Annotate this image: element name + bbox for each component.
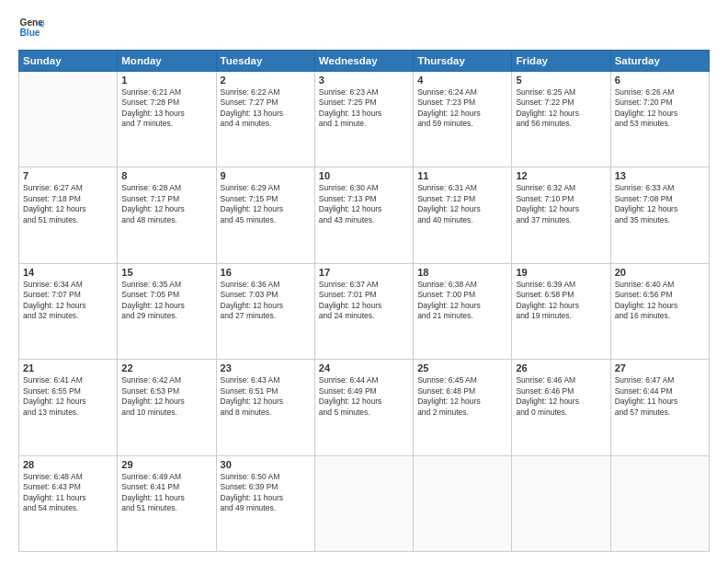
calendar-day-cell: 13Sunrise: 6:33 AM Sunset: 7:08 PM Dayli… — [610, 167, 709, 263]
calendar-day-cell: 7Sunrise: 6:27 AM Sunset: 7:18 PM Daylig… — [19, 167, 118, 263]
calendar-week-row: 14Sunrise: 6:34 AM Sunset: 7:07 PM Dayli… — [19, 263, 710, 359]
day-info: Sunrise: 6:23 AM Sunset: 7:25 PM Dayligh… — [319, 87, 409, 130]
day-info: Sunrise: 6:27 AM Sunset: 7:18 PM Dayligh… — [23, 183, 113, 225]
calendar-day-cell: 30Sunrise: 6:50 AM Sunset: 6:39 PM Dayli… — [216, 455, 314, 551]
day-info: Sunrise: 6:30 AM Sunset: 7:13 PM Dayligh… — [319, 183, 409, 225]
calendar-day-cell: 24Sunrise: 6:44 AM Sunset: 6:49 PM Dayli… — [314, 360, 413, 455]
calendar-week-row: 28Sunrise: 6:48 AM Sunset: 6:43 PM Dayli… — [19, 455, 710, 551]
day-number: 26 — [516, 362, 606, 373]
calendar-day-cell: 27Sunrise: 6:47 AM Sunset: 6:44 PM Dayli… — [610, 360, 709, 455]
calendar-day-cell: 10Sunrise: 6:30 AM Sunset: 7:13 PM Dayli… — [314, 167, 413, 263]
calendar-day-cell — [610, 455, 709, 551]
day-info: Sunrise: 6:50 AM Sunset: 6:39 PM Dayligh… — [221, 472, 311, 514]
calendar-week-row: 21Sunrise: 6:41 AM Sunset: 6:55 PM Dayli… — [19, 360, 710, 455]
weekday-header-thursday: Thursday — [414, 51, 512, 72]
day-info: Sunrise: 6:39 AM Sunset: 6:58 PM Dayligh… — [516, 280, 606, 322]
calendar-week-row: 1Sunrise: 6:21 AM Sunset: 7:28 PM Daylig… — [19, 72, 710, 167]
day-number: 7 — [23, 170, 113, 181]
day-info: Sunrise: 6:45 AM Sunset: 6:48 PM Dayligh… — [417, 375, 507, 418]
calendar-day-cell: 17Sunrise: 6:37 AM Sunset: 7:01 PM Dayli… — [314, 263, 413, 359]
calendar-day-cell: 5Sunrise: 6:25 AM Sunset: 7:22 PM Daylig… — [512, 72, 610, 167]
day-info: Sunrise: 6:21 AM Sunset: 7:28 PM Dayligh… — [121, 87, 211, 130]
calendar-day-cell: 11Sunrise: 6:31 AM Sunset: 7:12 PM Dayli… — [414, 167, 512, 263]
calendar-day-cell: 2Sunrise: 6:22 AM Sunset: 7:27 PM Daylig… — [216, 72, 314, 167]
day-info: Sunrise: 6:38 AM Sunset: 7:00 PM Dayligh… — [417, 280, 507, 322]
calendar-day-cell: 29Sunrise: 6:49 AM Sunset: 6:41 PM Dayli… — [118, 455, 216, 551]
calendar-day-cell — [19, 72, 118, 167]
day-number: 1 — [121, 75, 211, 86]
day-number: 23 — [221, 362, 311, 373]
header: General Blue — [18, 15, 710, 40]
day-number: 24 — [319, 362, 409, 373]
day-info: Sunrise: 6:46 AM Sunset: 6:46 PM Dayligh… — [516, 375, 606, 418]
calendar-day-cell: 1Sunrise: 6:21 AM Sunset: 7:28 PM Daylig… — [118, 72, 216, 167]
weekday-header-tuesday: Tuesday — [216, 51, 314, 72]
calendar-day-cell: 15Sunrise: 6:35 AM Sunset: 7:05 PM Dayli… — [118, 263, 216, 359]
calendar-week-row: 7Sunrise: 6:27 AM Sunset: 7:18 PM Daylig… — [19, 167, 710, 263]
day-info: Sunrise: 6:49 AM Sunset: 6:41 PM Dayligh… — [121, 472, 211, 514]
calendar-day-cell: 18Sunrise: 6:38 AM Sunset: 7:00 PM Dayli… — [414, 263, 512, 359]
day-number: 29 — [121, 459, 211, 470]
day-number: 15 — [121, 267, 211, 278]
day-number: 21 — [23, 362, 113, 373]
day-number: 16 — [221, 267, 311, 278]
calendar-day-cell: 19Sunrise: 6:39 AM Sunset: 6:58 PM Dayli… — [512, 263, 610, 359]
day-info: Sunrise: 6:40 AM Sunset: 6:56 PM Dayligh… — [615, 280, 705, 322]
calendar-day-cell: 20Sunrise: 6:40 AM Sunset: 6:56 PM Dayli… — [610, 263, 709, 359]
day-info: Sunrise: 6:22 AM Sunset: 7:27 PM Dayligh… — [221, 87, 311, 130]
day-info: Sunrise: 6:37 AM Sunset: 7:01 PM Dayligh… — [319, 280, 409, 322]
calendar-day-cell: 14Sunrise: 6:34 AM Sunset: 7:07 PM Dayli… — [19, 263, 118, 359]
calendar-day-cell — [512, 455, 610, 551]
day-info: Sunrise: 6:47 AM Sunset: 6:44 PM Dayligh… — [615, 375, 705, 418]
day-info: Sunrise: 6:26 AM Sunset: 7:20 PM Dayligh… — [615, 87, 705, 130]
calendar-day-cell: 23Sunrise: 6:43 AM Sunset: 6:51 PM Dayli… — [216, 360, 314, 455]
calendar-day-cell: 25Sunrise: 6:45 AM Sunset: 6:48 PM Dayli… — [414, 360, 512, 455]
logo-icon: General Blue — [18, 15, 44, 40]
day-info: Sunrise: 6:25 AM Sunset: 7:22 PM Dayligh… — [516, 87, 606, 130]
day-number: 30 — [221, 459, 311, 470]
day-info: Sunrise: 6:36 AM Sunset: 7:03 PM Dayligh… — [221, 280, 311, 322]
day-number: 19 — [516, 267, 606, 278]
day-info: Sunrise: 6:34 AM Sunset: 7:07 PM Dayligh… — [23, 280, 113, 322]
day-info: Sunrise: 6:33 AM Sunset: 7:08 PM Dayligh… — [615, 183, 705, 225]
day-number: 11 — [417, 170, 507, 181]
day-number: 8 — [121, 170, 211, 181]
day-number: 18 — [417, 267, 507, 278]
day-number: 20 — [615, 267, 705, 278]
day-number: 3 — [319, 75, 409, 86]
day-number: 2 — [221, 75, 311, 86]
svg-text:Blue: Blue — [20, 28, 40, 38]
day-number: 9 — [221, 170, 311, 181]
day-info: Sunrise: 6:31 AM Sunset: 7:12 PM Dayligh… — [417, 183, 507, 225]
day-number: 6 — [615, 75, 705, 86]
day-info: Sunrise: 6:29 AM Sunset: 7:15 PM Dayligh… — [221, 183, 311, 225]
day-info: Sunrise: 6:44 AM Sunset: 6:49 PM Dayligh… — [319, 375, 409, 418]
calendar-day-cell: 16Sunrise: 6:36 AM Sunset: 7:03 PM Dayli… — [216, 263, 314, 359]
day-info: Sunrise: 6:41 AM Sunset: 6:55 PM Dayligh… — [23, 375, 113, 418]
day-number: 25 — [417, 362, 507, 373]
day-info: Sunrise: 6:32 AM Sunset: 7:10 PM Dayligh… — [516, 183, 606, 225]
calendar-day-cell: 21Sunrise: 6:41 AM Sunset: 6:55 PM Dayli… — [19, 360, 118, 455]
day-info: Sunrise: 6:24 AM Sunset: 7:23 PM Dayligh… — [417, 87, 507, 130]
calendar-day-cell: 6Sunrise: 6:26 AM Sunset: 7:20 PM Daylig… — [610, 72, 709, 167]
calendar-day-cell: 26Sunrise: 6:46 AM Sunset: 6:46 PM Dayli… — [512, 360, 610, 455]
weekday-header-row: SundayMondayTuesdayWednesdayThursdayFrid… — [19, 51, 710, 72]
weekday-header-monday: Monday — [118, 51, 216, 72]
day-number: 17 — [319, 267, 409, 278]
calendar-day-cell: 8Sunrise: 6:28 AM Sunset: 7:17 PM Daylig… — [118, 167, 216, 263]
weekday-header-sunday: Sunday — [19, 51, 118, 72]
day-info: Sunrise: 6:28 AM Sunset: 7:17 PM Dayligh… — [121, 183, 211, 225]
calendar-day-cell: 12Sunrise: 6:32 AM Sunset: 7:10 PM Dayli… — [512, 167, 610, 263]
page: General Blue SundayMondayTuesdayWednesda… — [0, 0, 728, 563]
weekday-header-wednesday: Wednesday — [314, 51, 413, 72]
day-info: Sunrise: 6:35 AM Sunset: 7:05 PM Dayligh… — [121, 280, 211, 322]
calendar-day-cell: 28Sunrise: 6:48 AM Sunset: 6:43 PM Dayli… — [19, 455, 118, 551]
calendar-day-cell: 3Sunrise: 6:23 AM Sunset: 7:25 PM Daylig… — [314, 72, 413, 167]
calendar-day-cell — [314, 455, 413, 551]
day-number: 22 — [121, 362, 211, 373]
day-number: 12 — [516, 170, 606, 181]
logo: General Blue — [18, 15, 44, 40]
day-number: 10 — [319, 170, 409, 181]
calendar-day-cell: 22Sunrise: 6:42 AM Sunset: 6:53 PM Dayli… — [118, 360, 216, 455]
day-info: Sunrise: 6:48 AM Sunset: 6:43 PM Dayligh… — [23, 472, 113, 514]
